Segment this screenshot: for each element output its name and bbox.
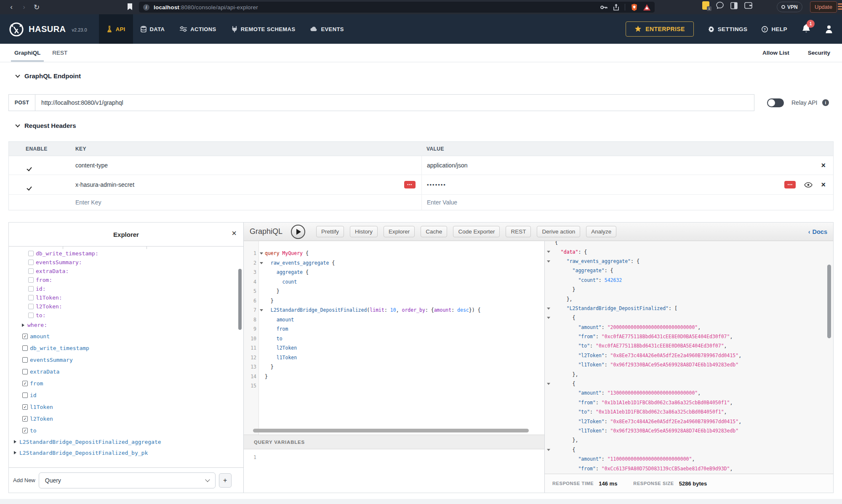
analyze-button[interactable]: Analyze — [586, 226, 616, 237]
explorer-field[interactable]: db_write_timestamp — [9, 342, 243, 354]
history-button[interactable]: History — [350, 226, 378, 237]
explorer-field[interactable]: extraData — [9, 366, 243, 377]
header-key[interactable]: content-type — [75, 162, 108, 169]
explorer-argument[interactable]: l1Token: — [9, 293, 243, 302]
enterprise-button[interactable]: ENTERPRISE — [626, 21, 693, 37]
checkbox[interactable] — [22, 369, 28, 374]
explorer-argument-expandable[interactable]: where: — [9, 320, 243, 330]
split-square-icon[interactable] — [730, 2, 738, 9]
new-key-input[interactable]: Enter Key — [75, 199, 101, 206]
nav-tab-actions[interactable]: ACTIONS — [172, 14, 224, 44]
brave-shield-icon[interactable] — [631, 4, 637, 11]
checkbox[interactable] — [22, 334, 28, 339]
fold-arrow-icon[interactable] — [260, 309, 263, 311]
derive-action-button[interactable]: Derive action — [537, 226, 580, 237]
nav-tab-data[interactable]: DATA — [133, 14, 173, 44]
remove-header-icon[interactable]: × — [821, 181, 826, 188]
browser-menu-icon[interactable] — [838, 3, 842, 10]
fold-arrow-icon[interactable] — [547, 383, 550, 385]
explorer-argument[interactable]: from: — [9, 276, 243, 284]
explorer-field[interactable]: amount — [9, 330, 243, 342]
help-link[interactable]: ? HELP — [762, 26, 787, 32]
docs-link[interactable]: ‹Docs — [808, 228, 827, 235]
prettify-button[interactable]: Prettify — [316, 226, 344, 237]
checkbox[interactable] — [22, 428, 28, 433]
relay-info-icon[interactable]: i — [822, 99, 829, 106]
share-icon[interactable] — [613, 4, 619, 11]
tab-graphiql[interactable]: GraphiQL — [8, 44, 46, 62]
eye-icon[interactable] — [804, 182, 813, 188]
bat-triangle-icon[interactable] — [643, 4, 650, 11]
headers-section-header[interactable]: Request Headers — [16, 122, 76, 129]
cache-button[interactable]: Cache — [421, 226, 447, 237]
browser-reload-icon[interactable]: ↻ — [30, 3, 43, 12]
query-variables-editor[interactable]: 1 — [244, 449, 544, 493]
checkbox[interactable] — [28, 304, 34, 309]
explorer-field[interactable]: eventsSummary — [9, 354, 243, 366]
reveal-secret-pill-icon[interactable]: ••• — [404, 181, 416, 188]
bookmark-icon[interactable] — [127, 3, 133, 11]
relay-api-toggle[interactable] — [767, 98, 784, 107]
yellow-extension-icon[interactable]: 1 — [702, 1, 709, 10]
checkbox[interactable] — [28, 277, 34, 283]
explorer-argument[interactable]: db_write_timestamp: — [9, 249, 243, 258]
checkbox[interactable] — [22, 404, 28, 410]
header-value[interactable]: application/json — [427, 162, 468, 169]
explorer-field[interactable]: id — [9, 389, 243, 401]
nav-tab-api[interactable]: API — [99, 14, 133, 44]
header-key[interactable]: x-hasura-admin-secret — [75, 181, 134, 188]
browser-back-icon[interactable]: ‹ — [5, 3, 18, 11]
fold-arrow-icon[interactable] — [547, 260, 550, 263]
allow-list-link[interactable]: Allow List — [762, 50, 789, 56]
checkbox[interactable] — [22, 381, 28, 386]
rest-button[interactable]: REST — [506, 226, 531, 237]
nav-tab-events[interactable]: EVENTS — [303, 14, 351, 44]
header-value-masked[interactable]: ••••••• — [427, 182, 446, 188]
chat-extension-icon[interactable] — [716, 2, 724, 9]
explorer-scrollbar[interactable] — [238, 269, 242, 330]
operation-type-select[interactable]: Query — [39, 472, 216, 488]
new-value-input[interactable]: Enter Value — [427, 199, 457, 206]
explorer-field[interactable]: l2Token — [9, 413, 243, 424]
fold-arrow-icon[interactable] — [260, 262, 263, 264]
wallet-icon[interactable] — [744, 2, 752, 9]
explorer-root-field[interactable]: L2StandardBridge_DepositFinalized_aggreg… — [9, 436, 243, 447]
site-info-icon[interactable]: i — [143, 4, 149, 11]
endpoint-section-header[interactable]: GraphQL Endpoint — [16, 72, 81, 80]
explorer-button[interactable]: Explorer — [384, 226, 415, 237]
reveal-secret-pill-icon[interactable]: ••• — [784, 181, 796, 188]
checkbox[interactable] — [28, 295, 34, 300]
checkbox[interactable] — [22, 393, 28, 398]
vpn-button[interactable]: VPN — [777, 2, 802, 12]
explorer-field-list[interactable]: db_write_timestamp:eventsSummary:extraDa… — [9, 247, 243, 467]
response-scrollbar[interactable] — [827, 265, 831, 338]
fold-arrow-icon[interactable] — [547, 449, 550, 451]
explorer-field[interactable]: to — [9, 424, 243, 436]
security-link[interactable]: Security — [808, 50, 830, 56]
checkbox[interactable] — [22, 345, 28, 351]
checkbox[interactable] — [28, 286, 34, 292]
execute-query-button[interactable] — [291, 225, 305, 239]
fold-arrow-icon[interactable] — [547, 317, 550, 319]
hasura-brand[interactable]: HASURA v2.23.0 — [8, 21, 87, 37]
remove-header-icon[interactable]: × — [821, 162, 826, 169]
add-operation-button[interactable]: + — [219, 473, 232, 488]
explorer-argument[interactable]: l2Token: — [9, 302, 243, 311]
tab-rest[interactable]: REST — [46, 44, 73, 62]
user-avatar-icon[interactable] — [825, 25, 833, 33]
explorer-argument[interactable]: eventsSummary: — [9, 258, 243, 267]
explorer-argument[interactable]: id: — [9, 284, 243, 293]
url-bar[interactable]: i localhost:8080/console/api/api-explore… — [139, 2, 655, 13]
nav-tab-remote-schemas[interactable]: REMOTE SCHEMAS — [224, 14, 303, 44]
explorer-argument[interactable]: to: — [9, 311, 243, 320]
explorer-argument[interactable]: extraData: — [9, 267, 243, 276]
fold-arrow-icon[interactable] — [547, 308, 550, 310]
fold-arrow-icon[interactable] — [260, 252, 263, 255]
fold-arrow-icon[interactable] — [547, 251, 550, 253]
checkbox[interactable] — [28, 268, 34, 274]
settings-link[interactable]: SETTINGS — [708, 26, 748, 32]
notification-bell[interactable]: 1 — [802, 24, 811, 34]
checkbox[interactable] — [28, 313, 34, 318]
browser-forward-icon[interactable]: › — [18, 3, 30, 11]
explorer-close-icon[interactable]: × — [232, 228, 237, 238]
